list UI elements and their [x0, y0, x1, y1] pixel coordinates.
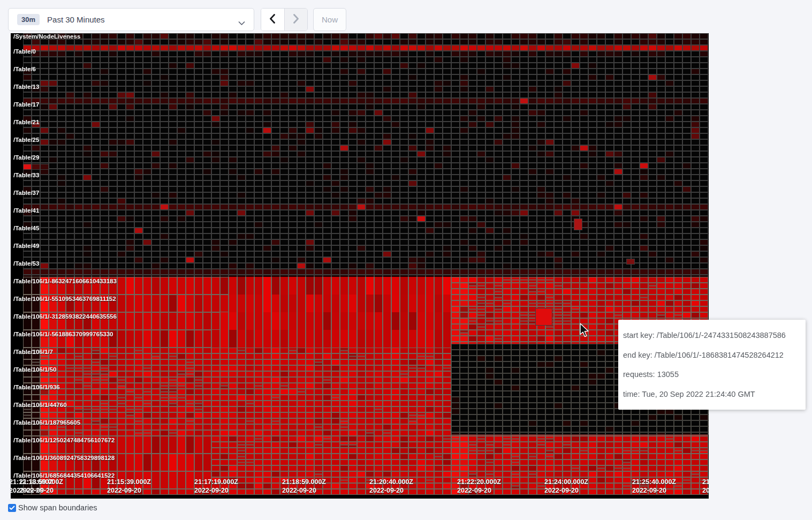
key-range-label: /Table/21 — [13, 119, 39, 126]
chevron-right-icon — [293, 14, 299, 26]
key-range-label: /Table/17 — [13, 101, 39, 108]
chevron-down-icon — [238, 18, 245, 28]
key-range-label: /Table/106/1/50 — [13, 366, 56, 373]
key-range-label: /Table/25 — [13, 137, 39, 144]
time-range-badge: 30m — [17, 14, 40, 25]
key-range-label: /Table/106/1/1250247484756107672 — [13, 437, 115, 444]
key-range-label: /Table/33 — [13, 172, 39, 179]
key-range-label: /Table/45 — [13, 225, 39, 232]
key-range-label: /Table/53 — [13, 260, 39, 267]
key-range-label: /Table/106/1/-8632471606610433183 — [13, 278, 117, 285]
chevron-left-icon — [269, 14, 276, 26]
key-range-label: /Table/106/1/3608924758329898128 — [13, 455, 115, 462]
time-axis-label: 21:22:20.000Z2022-09-20 — [457, 478, 501, 495]
key-range-label: /Table/106/1/-3128593822440635556 — [13, 313, 117, 320]
show-span-boundaries-checkbox[interactable] — [8, 504, 16, 512]
key-range-label: /Table/106/1/187965605 — [13, 419, 80, 426]
time-range-label: Past 30 Minutes — [47, 15, 105, 24]
key-range-label: /Table/41 — [13, 207, 39, 214]
time-axis-label: 21:17:19.000Z2022-09-20 — [194, 478, 238, 495]
key-range-label: /System/NodeLiveness — [13, 33, 80, 40]
key-range-label: /Table/49 — [13, 243, 39, 250]
tooltip-requests: requests: 13055 — [623, 365, 801, 385]
key-visualizer: /System/NodeLiveness/Table/0/Table/6/Tab… — [11, 33, 709, 499]
key-range-label: /Table/106/1/936 — [13, 384, 60, 391]
key-range-label: /Table/6 — [13, 66, 36, 73]
time-axis-label: 21:24:00.000Z2022-09-20 — [544, 478, 588, 495]
time-axis-label: 21:15:39.000Z2022-09-20 — [107, 478, 151, 495]
now-button[interactable]: Now — [313, 8, 346, 31]
tooltip-time: time: Tue, 20 Sep 2022 21:24:40 GMT — [623, 385, 801, 404]
next-time-button[interactable] — [285, 9, 308, 31]
tooltip-end-key: end key: /Table/106/1/-18683814745282642… — [623, 345, 801, 365]
tooltip-start-key: start key: /Table/106/1/-247433150824388… — [623, 326, 801, 345]
key-range-label: /Table/106/1/7 — [13, 349, 53, 356]
key-range-label: /Table/106/1/-5510953463769811152 — [13, 296, 116, 303]
show-span-boundaries-label: Show span boundaries — [18, 503, 97, 512]
time-axis-label: 21:27:06.000Z2022-09-20 — [702, 478, 709, 495]
key-visualizer-canvas[interactable] — [11, 33, 709, 499]
key-range-label: /Table/0 — [13, 48, 36, 55]
prev-time-button[interactable] — [261, 9, 285, 31]
now-button-label: Now — [322, 15, 338, 24]
toolbar: 30m Past 30 Minutes Now — [0, 0, 812, 33]
time-axis-label: 21:18:59.000Z2022-09-20 — [282, 478, 326, 495]
span-tooltip: start key: /Table/106/1/-247433150824388… — [618, 320, 806, 410]
time-nav-group — [261, 8, 308, 31]
key-range-label: /Table/37 — [13, 190, 39, 197]
key-range-label: /Table/106/1/-561886370999765330 — [13, 331, 113, 338]
time-range-dropdown[interactable]: 30m Past 30 Minutes — [8, 8, 254, 31]
time-axis-label: 21:25:40.000Z2022-09-20 — [632, 478, 676, 495]
key-range-label: /Table/13 — [13, 84, 39, 91]
time-axis-label: 21:13:59.000Z2022-09-20 — [19, 478, 63, 495]
key-range-label: /Table/106/1/44760 — [13, 402, 67, 409]
footer: Show span boundaries — [8, 503, 97, 512]
time-axis-label: 21:20:40.000Z2022-09-20 — [369, 478, 413, 495]
key-range-label: /Table/29 — [13, 154, 39, 161]
